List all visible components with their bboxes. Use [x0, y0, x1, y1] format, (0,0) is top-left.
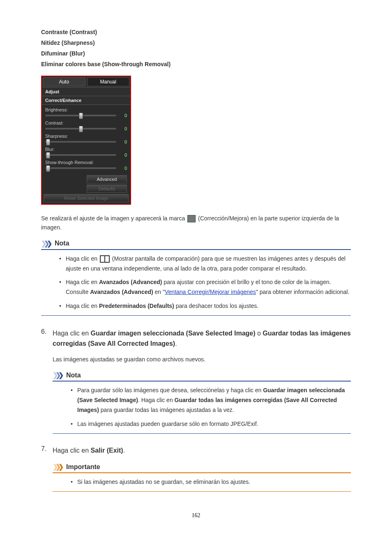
slider-showthrough-label: Show-through Removal:	[45, 160, 127, 165]
note1-item2-e: en "	[153, 289, 165, 295]
correct-enhance-panel: Auto Manual Adjust Correct/Enhance Brigh…	[41, 76, 131, 205]
slider-contrast-track[interactable]	[45, 128, 116, 130]
slider-blur-track[interactable]	[45, 154, 116, 156]
note-label: Nota	[66, 372, 81, 379]
note1-item1-a: Haga clic en	[66, 255, 99, 262]
slider-brightness-label: Brightness:	[45, 107, 127, 112]
advanced-button[interactable]: Advanced	[87, 175, 127, 183]
note1-item2-d: Avanzados (Advanced)	[90, 289, 153, 295]
slider-blur-thumb[interactable]	[46, 152, 50, 159]
note1-item2: Haga clic en Avanzados (Advanced) para a…	[66, 278, 351, 297]
slider-brightness: Brightness: 0	[45, 107, 127, 118]
tab-auto[interactable]: Auto	[43, 77, 85, 86]
note1-item3-b: Predeterminados (Defaults)	[99, 303, 174, 309]
step-7-heading: Haga clic en Salir (Exit).	[53, 445, 351, 456]
note-chevron-icon: ❯❯❯	[53, 371, 61, 379]
step7-c: .	[123, 447, 125, 454]
step7-b: Salir (Exit)	[91, 447, 123, 454]
correction-enhance-icon	[187, 215, 196, 222]
slider-showthrough-value: 0	[119, 166, 127, 171]
slider-brightness-track[interactable]	[45, 115, 116, 116]
slider-showthrough-track[interactable]	[45, 167, 116, 169]
important-block: ❯❯❯ Importante Si las imágenes ajustadas…	[53, 463, 351, 492]
reset-selected-button[interactable]: Reset Selected Image	[44, 194, 129, 202]
section-adjust[interactable]: Adjust	[42, 88, 130, 96]
slider-showthrough: Show-through Removal: 0	[45, 160, 127, 171]
note1-item2-a: Haga clic en	[66, 279, 99, 285]
heading-sharpness: Nitidez (Sharpness)	[41, 39, 351, 46]
slider-blur: Blur: 0	[45, 147, 127, 157]
slider-sharpness-label: Sharpness:	[45, 134, 127, 139]
heading-blur: Difuminar (Blur)	[41, 50, 351, 57]
step-7: 7. Haga clic en Salir (Exit). ❯❯❯ Import…	[41, 445, 351, 492]
step-6-desc: Las imágenes ajustadas se guardan como a…	[53, 355, 351, 364]
slider-sharpness-track[interactable]	[45, 141, 116, 143]
note1-item3-c: para deshacer todos los ajustes.	[174, 303, 258, 309]
slider-blur-label: Blur:	[45, 147, 127, 152]
step6-a: Haga clic en	[53, 330, 91, 337]
slider-brightness-thumb[interactable]	[79, 113, 83, 119]
tab-manual[interactable]: Manual	[87, 77, 130, 86]
heading-showthrough: Eliminar colores base (Show-through Remo…	[41, 61, 351, 67]
slider-contrast-value: 0	[119, 126, 127, 131]
step6-b: Guardar imagen seleccionada (Save Select…	[91, 330, 256, 337]
important-chevron-icon: ❯❯❯	[53, 463, 61, 471]
step-6: 6. Haga clic en Guardar imagen seleccion…	[41, 328, 351, 434]
note2-item2: Las imágenes ajustadas pueden guardarse …	[77, 419, 351, 429]
step7-a: Haga clic en	[53, 447, 91, 454]
step6-c: o	[256, 330, 263, 337]
slider-showthrough-thumb[interactable]	[46, 165, 50, 172]
slider-sharpness-thumb[interactable]	[46, 139, 50, 146]
note-label: Nota	[55, 240, 69, 247]
note2-item1: Para guardar sólo las imágenes que desea…	[77, 386, 351, 415]
page-number: 162	[41, 512, 351, 519]
section-correct-enhance[interactable]: Correct/Enhance	[42, 96, 130, 105]
important-label: Importante	[66, 463, 100, 471]
note-block-1: ❯❯❯ Nota Haga clic en (Mostrar pantalla …	[41, 240, 351, 316]
correct-enhance-window-link[interactable]: Ventana Corregir/Mejorar imágenes	[165, 289, 256, 295]
paragraph-adjust-result: Se realizará el ajuste de la imagen y ap…	[41, 214, 351, 232]
step6-e: .	[175, 340, 177, 347]
step-7-number: 7.	[41, 445, 46, 453]
slider-brightness-value: 0	[119, 113, 127, 118]
note1-item3: Haga clic en Predeterminados (Defaults) …	[66, 301, 351, 311]
slider-blur-value: 0	[119, 153, 127, 157]
compare-view-icon	[100, 255, 110, 263]
slider-contrast: Contrast: 0	[45, 120, 127, 131]
slider-contrast-label: Contrast:	[45, 120, 127, 125]
heading-contrast: Contraste (Contrast)	[41, 29, 351, 35]
slider-contrast-thumb[interactable]	[79, 126, 83, 132]
note2-item1-e: para guardar todas las imágenes ajustada…	[99, 407, 234, 413]
note1-item1: Haga clic en (Mostrar pantalla de compar…	[66, 254, 351, 274]
note1-item3-a: Haga clic en	[66, 303, 99, 309]
note2-item1-a: Para guardar sólo las imágenes que desea…	[77, 387, 263, 393]
paragraph-adjust-result-a: Se realizará el ajuste de la imagen y ap…	[41, 215, 187, 222]
slider-sharpness-value: 0	[119, 139, 127, 144]
slider-sharpness: Sharpness: 0	[45, 134, 127, 144]
note1-item2-f: " para obtener información adicional.	[256, 289, 350, 295]
note-block-2: ❯❯❯ Nota Para guardar sólo las imágenes …	[53, 371, 351, 433]
step-6-number: 6.	[41, 328, 46, 335]
important-item1: Si las imágenes ajustadas no se guardan,…	[77, 477, 351, 487]
note2-item1-c: . Haga clic en	[138, 397, 175, 403]
note-chevron-icon: ❯❯❯	[41, 240, 50, 247]
defaults-button[interactable]: Defaults	[87, 185, 127, 193]
note1-item2-b: Avanzados (Advanced)	[99, 279, 162, 285]
step-6-heading: Haga clic en Guardar imagen seleccionada…	[53, 328, 351, 349]
